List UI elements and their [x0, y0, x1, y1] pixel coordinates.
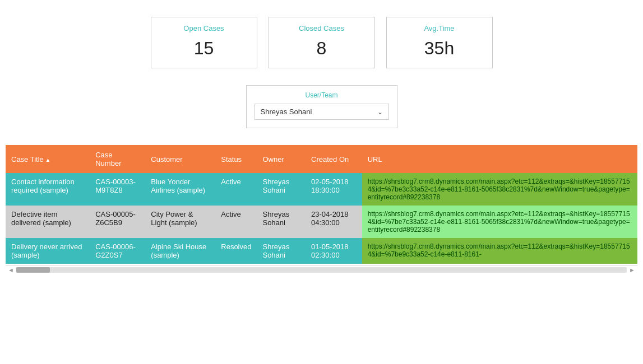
filter-selected-value: Shreyas Sohani [261, 108, 312, 116]
scroll-track[interactable] [16, 267, 627, 273]
cell-created-on: 02-05-2018 18:30:00 [306, 173, 362, 206]
table-section: Case Title Case Number Customer Status O… [0, 139, 643, 274]
cell-status: Active [215, 206, 257, 238]
scroll-left-arrow[interactable]: ◄ [8, 267, 14, 273]
table-row[interactable]: Defective item delivered (sample)CAS-000… [6, 206, 637, 238]
cell-case-number: CAS-00006-G2Z0S7 [90, 238, 145, 264]
horizontal-scrollbar[interactable]: ◄ ► [6, 265, 637, 274]
chevron-down-icon: ⌄ [377, 108, 383, 116]
cell-url[interactable]: https://shrsblog7.crm8.dynamics.com/main… [362, 206, 637, 238]
cell-case-title: Contact information required (sample) [6, 173, 90, 206]
col-case-title[interactable]: Case Title [6, 145, 90, 173]
table-row[interactable]: Contact information required (sample)CAS… [6, 173, 637, 206]
closed-cases-card: Closed Cases 8 [269, 17, 375, 68]
avg-time-label: Avg.Time [398, 24, 481, 32]
cell-case-number: CAS-00003-M9T8Z8 [90, 173, 145, 206]
col-case-number[interactable]: Case Number [90, 145, 145, 173]
closed-cases-value: 8 [280, 38, 363, 59]
scroll-thumb[interactable] [16, 267, 50, 273]
cell-case-number: CAS-00005-Z6C5B9 [90, 206, 145, 238]
cell-url[interactable]: https://shrsblog7.crm8.dynamics.com/main… [362, 173, 637, 206]
closed-cases-label: Closed Cases [280, 24, 363, 32]
cell-customer: Alpine Ski House (sample) [145, 238, 215, 264]
avg-time-card: Avg.Time 35h [386, 17, 493, 68]
open-cases-card: Open Cases 15 [151, 17, 257, 68]
cell-customer: City Power & Light (sample) [145, 206, 215, 238]
cell-created-on: 23-04-2018 04:30:00 [306, 206, 362, 238]
filter-label: User/Team [255, 91, 389, 99]
filter-section: User/Team Shreyas Sohani ⌄ [0, 80, 643, 139]
cell-owner: Shreyas Sohani [257, 206, 306, 238]
col-created-on[interactable]: Created On [306, 145, 362, 173]
open-cases-label: Open Cases [163, 24, 246, 32]
stats-section: Open Cases 15 Closed Cases 8 Avg.Time 35… [0, 0, 643, 80]
cell-url[interactable]: https://shrsblog7.crm8.dynamics.com/main… [362, 238, 637, 264]
avg-time-value: 35h [398, 38, 481, 59]
col-customer[interactable]: Customer [145, 145, 215, 173]
cell-status: Resolved [215, 238, 257, 264]
cases-table: Case Title Case Number Customer Status O… [6, 145, 637, 264]
scroll-right-arrow[interactable]: ► [629, 267, 635, 273]
col-owner[interactable]: Owner [257, 145, 306, 173]
filter-box: User/Team Shreyas Sohani ⌄ [246, 85, 397, 128]
cell-owner: Shreyas Sohani [257, 238, 306, 264]
cell-created-on: 01-05-2018 02:30:00 [306, 238, 362, 264]
cell-status: Active [215, 173, 257, 206]
open-cases-value: 15 [163, 38, 246, 59]
table-wrapper: Case Title Case Number Customer Status O… [6, 145, 637, 274]
table-row[interactable]: Delivery never arrived (sample)CAS-00006… [6, 238, 637, 264]
cell-owner: Shreyas Sohani [257, 173, 306, 206]
col-url[interactable]: URL [362, 145, 637, 173]
col-status[interactable]: Status [215, 145, 257, 173]
user-team-dropdown[interactable]: Shreyas Sohani ⌄ [255, 104, 389, 120]
cell-case-title: Defective item delivered (sample) [6, 206, 90, 238]
cell-case-title: Delivery never arrived (sample) [6, 238, 90, 264]
table-header-row: Case Title Case Number Customer Status O… [6, 145, 637, 173]
cell-customer: Blue Yonder Airlines (sample) [145, 173, 215, 206]
